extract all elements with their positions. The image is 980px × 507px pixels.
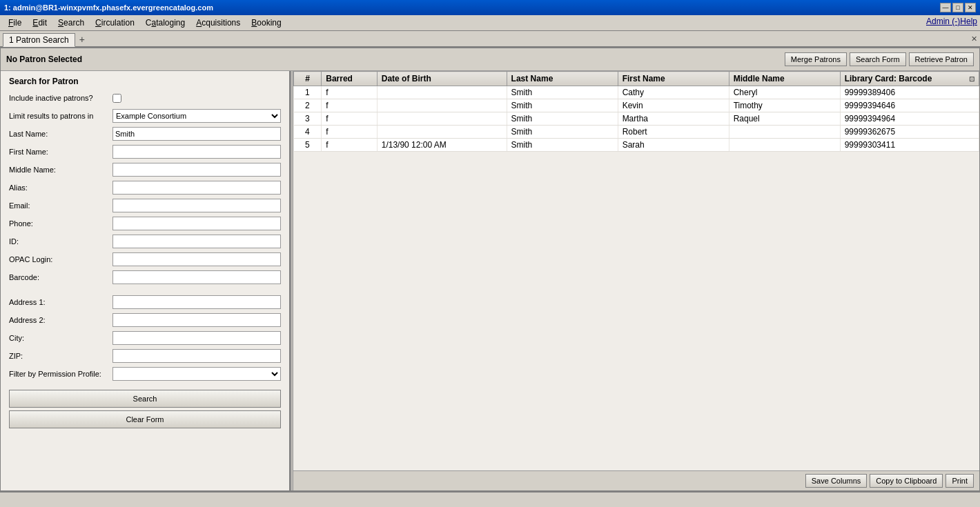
merge-patrons-button[interactable]: Merge Patrons (785, 52, 847, 66)
cell-barred: f (322, 139, 378, 152)
address1-input[interactable] (112, 295, 281, 309)
col-header-num[interactable]: # (294, 72, 322, 86)
city-input[interactable] (112, 331, 281, 345)
help-link[interactable]: Help (960, 17, 977, 29)
status-text (3, 494, 5, 504)
table-row[interactable]: 1 f Smith Cathy Cheryl 99999389406 (294, 86, 979, 99)
first-name-input[interactable] (112, 145, 281, 159)
address2-row: Address 2: (9, 312, 281, 328)
id-row: ID: (9, 234, 281, 249)
tab-add-button[interactable]: + (75, 32, 89, 46)
cell-barred: f (322, 86, 378, 99)
table-row[interactable]: 4 f Smith Robert 99999362675 (294, 126, 979, 139)
alias-input[interactable] (112, 181, 281, 195)
cell-first: Kevin (618, 99, 729, 112)
cell-last: Smith (507, 86, 618, 99)
menu-circulation[interactable]: Circulation (90, 17, 140, 29)
limit-results-row: Limit results to patrons in Example Cons… (9, 108, 281, 123)
col-header-barcode[interactable]: Library Card: Barcode ⊡ (840, 72, 979, 86)
zip-row: ZIP: (9, 348, 281, 364)
opac-login-input[interactable] (112, 252, 281, 266)
phone-input[interactable] (112, 217, 281, 230)
cell-barcode: 99999303411 (840, 139, 979, 152)
opac-login-row: OPAC Login: (9, 252, 281, 267)
menu-bar: File Edit Search Circulation Cataloging … (0, 15, 980, 31)
cell-middle: Cheryl (729, 86, 840, 99)
cell-middle (729, 139, 840, 152)
table-row[interactable]: 2 f Smith Kevin Timothy 99999394646 (294, 99, 979, 112)
tab-label: 1 Patron Search (9, 35, 69, 45)
retrieve-patron-button[interactable]: Retrieve Patron (909, 52, 974, 66)
tab-bar: 1 Patron Search + ✕ (0, 31, 980, 48)
id-input[interactable] (112, 235, 281, 248)
search-form-button[interactable]: Search Form (850, 52, 906, 66)
admin-link[interactable]: Admin (-) (926, 17, 960, 29)
col-header-first[interactable]: First Name (618, 72, 729, 86)
results-table-container: # Barred Date of Birth Last Name First N… (293, 71, 979, 470)
cell-last: Smith (507, 139, 618, 152)
city-label: City: (9, 334, 112, 342)
tab-close-right[interactable]: ✕ (971, 34, 977, 43)
cell-barred: f (322, 112, 378, 126)
tab-patron-search[interactable]: 1 Patron Search (3, 33, 75, 47)
cell-num: 1 (294, 86, 322, 99)
filter-profile-label: Filter by Permission Profile: (9, 370, 112, 378)
include-inactive-checkbox[interactable] (112, 94, 121, 103)
cell-last: Smith (507, 112, 618, 126)
middle-name-row: Middle Name: (9, 162, 281, 177)
email-input[interactable] (112, 199, 281, 212)
maximize-button[interactable]: □ (952, 3, 963, 12)
clear-form-button[interactable]: Clear Form (9, 410, 281, 428)
barcode-input[interactable] (112, 270, 281, 284)
results-table: # Barred Date of Birth Last Name First N… (293, 71, 979, 152)
table-row[interactable]: 5 f 1/13/90 12:00 AM Smith Sarah 9999930… (294, 139, 979, 152)
cell-middle (729, 126, 840, 139)
cell-barcode: 99999394964 (840, 112, 979, 126)
cell-barcode: 99999394646 (840, 99, 979, 112)
table-row[interactable]: 3 f Smith Martha Raquel 99999394964 (294, 112, 979, 126)
menu-cataloging[interactable]: Cataloging (140, 17, 190, 29)
col-header-middle[interactable]: Middle Name (729, 72, 840, 86)
limit-results-select[interactable]: Example Consortium (112, 109, 281, 123)
copy-to-clipboard-button[interactable]: Copy to Clipboard (870, 474, 943, 488)
middle-name-input[interactable] (112, 163, 281, 177)
menu-edit[interactable]: Edit (27, 17, 52, 29)
last-name-input[interactable] (112, 127, 281, 141)
cell-dob (377, 126, 507, 139)
last-name-label: Last Name: (9, 130, 112, 138)
col-header-last[interactable]: Last Name (507, 72, 618, 86)
col-header-dob[interactable]: Date of Birth (377, 72, 507, 86)
alias-row: Alias: (9, 180, 281, 195)
last-name-row: Last Name: (9, 126, 281, 141)
menu-booking[interactable]: Booking (246, 17, 286, 29)
col-header-barred[interactable]: Barred (322, 72, 378, 86)
cell-last: Smith (507, 126, 618, 139)
barcode-row: Barcode: (9, 270, 281, 285)
address2-input[interactable] (112, 313, 281, 327)
print-button[interactable]: Print (945, 474, 974, 488)
minimize-button[interactable]: — (940, 3, 951, 12)
zip-input[interactable] (112, 349, 281, 363)
split-area: Search for Patron Include inactive patro… (1, 71, 979, 490)
search-button[interactable]: Search (9, 390, 281, 408)
cell-middle: Timothy (729, 99, 840, 112)
menu-acquisitions[interactable]: Acquisitions (190, 17, 246, 29)
city-row: City: (9, 330, 281, 346)
menu-search[interactable]: Search (52, 17, 90, 29)
save-columns-button[interactable]: Save Columns (805, 474, 868, 488)
cell-middle: Raquel (729, 112, 840, 126)
filter-profile-select[interactable] (112, 367, 281, 381)
cell-last: Smith (507, 99, 618, 112)
id-label: ID: (9, 237, 112, 246)
phone-label: Phone: (9, 219, 112, 228)
menu-file[interactable]: File (3, 17, 27, 29)
close-button[interactable]: ✕ (965, 3, 976, 12)
first-name-row: First Name: (9, 144, 281, 159)
cell-first: Sarah (618, 139, 729, 152)
limit-results-label: Limit results to patrons in (9, 112, 112, 120)
address2-label: Address 2: (9, 316, 112, 324)
results-panel: # Barred Date of Birth Last Name First N… (293, 71, 979, 490)
expand-icon[interactable]: ⊡ (969, 75, 974, 83)
main-content: No Patron Selected Merge Patrons Search … (0, 48, 980, 491)
cell-first: Robert (618, 126, 729, 139)
